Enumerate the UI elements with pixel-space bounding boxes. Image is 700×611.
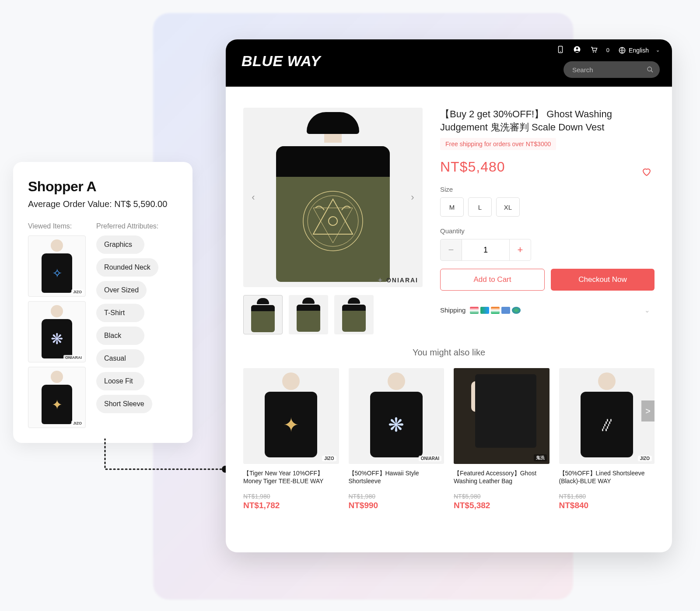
recommendations-row: < ✦JIZO 【Tiger New Year 10%OFF】Money Tig… bbox=[243, 368, 654, 510]
heart-icon bbox=[641, 166, 652, 177]
rec-brand-tag: ONIARAI bbox=[419, 456, 441, 461]
rec-product-name: 【Tiger New Year 10%OFF】Money Tiger TEE-B… bbox=[243, 469, 339, 486]
chevron-down-icon: ⌄ bbox=[656, 47, 660, 53]
attribute-pill: Loose Fit bbox=[96, 372, 144, 390]
qty-increase[interactable]: + bbox=[509, 239, 531, 261]
rec-brand-tag: JIZO bbox=[322, 456, 336, 461]
recs-next[interactable]: > bbox=[641, 400, 654, 421]
cart-icon[interactable] bbox=[590, 46, 598, 55]
viewed-item-thumb[interactable]: ❋ ONIARAI bbox=[28, 301, 86, 362]
free-shipping-badge: Free shipping for orders over NT$3000 bbox=[440, 138, 556, 150]
recommendation-card[interactable]: 鬼洗 【Featured Accessory】Ghost Washing Lea… bbox=[454, 368, 550, 510]
shipping-method-icons bbox=[470, 307, 521, 314]
svg-point-11 bbox=[308, 196, 358, 246]
product-price: NT$5,480 bbox=[440, 159, 654, 175]
viewed-item-thumb[interactable]: ✧ JIZO bbox=[28, 235, 86, 297]
quantity-label: Quantity bbox=[440, 227, 654, 235]
search-input[interactable] bbox=[564, 61, 660, 78]
attribute-pill: Short Sleeve bbox=[96, 395, 152, 413]
preferred-attributes-heading: Preferred Attributes: bbox=[96, 222, 178, 230]
brand-tag: JIZO bbox=[71, 421, 84, 426]
wishlist-button[interactable] bbox=[641, 166, 652, 179]
globe-ship-icon bbox=[512, 307, 521, 314]
gallery-thumbnails bbox=[243, 295, 423, 334]
attribute-pill: Casual bbox=[96, 349, 144, 368]
size-option[interactable]: L bbox=[468, 197, 492, 217]
svg-point-10 bbox=[303, 191, 363, 251]
rec-price: NT$840 bbox=[559, 501, 655, 510]
recommendation-card[interactable]: ⫽JIZO 【50%OFF】Lined Shortsleeve (Black)-… bbox=[559, 368, 655, 510]
product-gallery: ‹ › ONIARAI bbox=[243, 108, 423, 334]
viewed-items-heading: Viewed Items: bbox=[28, 222, 86, 230]
attribute-pill: Graphics bbox=[96, 235, 144, 254]
truck-icon bbox=[501, 307, 510, 314]
attribute-pill: Rounded Neck bbox=[96, 258, 158, 277]
recommendations-heading: You might also like bbox=[243, 348, 654, 358]
attribute-pill: Black bbox=[96, 327, 144, 345]
rec-product-name: 【50%OFF】Lined Shortsleeve (Black)-BLUE W… bbox=[559, 469, 655, 486]
language-label: English bbox=[629, 47, 649, 54]
recommendation-card[interactable]: ✦JIZO 【Tiger New Year 10%OFF】Money Tiger… bbox=[243, 368, 339, 510]
add-to-cart-button[interactable]: Add to Cart bbox=[440, 269, 545, 291]
main-product-image[interactable]: ‹ › ONIARAI bbox=[243, 108, 423, 287]
account-icon[interactable] bbox=[573, 46, 581, 55]
image-watermark: ONIARAI bbox=[378, 277, 418, 284]
store-logo[interactable]: BLUE WAY bbox=[242, 53, 321, 70]
gallery-thumb[interactable] bbox=[289, 295, 328, 334]
size-option[interactable]: XL bbox=[496, 197, 520, 217]
top-bar: BLUE WAY 0 English ⌄ bbox=[226, 39, 672, 87]
attribute-pill: T-Shirt bbox=[96, 304, 144, 322]
rec-product-name: 【Featured Accessory】Ghost Washing Leathe… bbox=[454, 469, 550, 486]
size-label: Size bbox=[440, 186, 654, 193]
viewed-item-thumb[interactable]: ✦ JIZO bbox=[28, 367, 86, 428]
rec-old-price: NT$1,680 bbox=[559, 493, 655, 500]
mobile-icon[interactable] bbox=[556, 46, 564, 55]
svg-point-5 bbox=[593, 52, 594, 53]
product-title: 【Buy 2 get 30%OFF!】 Ghost Washing Judgem… bbox=[440, 108, 654, 133]
rec-price: NT$5,382 bbox=[454, 501, 550, 510]
rec-price: NT$1,782 bbox=[243, 501, 339, 510]
size-option[interactable]: M bbox=[440, 197, 464, 217]
gallery-thumb[interactable] bbox=[243, 295, 283, 334]
store-window: BLUE WAY 0 English ⌄ bbox=[226, 39, 672, 552]
rec-old-price: NT$1,980 bbox=[243, 493, 339, 500]
svg-point-4 bbox=[576, 47, 578, 49]
svg-point-14 bbox=[329, 217, 337, 225]
brand-tag: JIZO bbox=[71, 289, 84, 295]
product-details: 【Buy 2 get 30%OFF!】 Ghost Washing Judgem… bbox=[440, 108, 654, 334]
svg-point-6 bbox=[595, 52, 596, 53]
rec-price: NT$990 bbox=[349, 501, 444, 510]
gallery-prev[interactable]: ‹ bbox=[247, 189, 260, 206]
rec-old-price: NT$1,980 bbox=[349, 493, 444, 500]
quantity-stepper: − + bbox=[440, 239, 654, 261]
rec-old-price: NT$5,980 bbox=[454, 493, 550, 500]
product-emblem bbox=[298, 186, 368, 256]
recommendations-section: You might also like < ✦JIZO 【Tiger New Y… bbox=[226, 334, 672, 528]
shipping-icon bbox=[491, 307, 500, 314]
shipping-icon bbox=[470, 307, 479, 314]
brand-tag: ONIARAI bbox=[63, 355, 84, 360]
viewed-items-list: ✧ JIZO ❋ ONIARAI ✦ JIZO bbox=[28, 235, 86, 428]
globe-icon bbox=[618, 46, 626, 54]
cart-count: 0 bbox=[606, 47, 609, 53]
shipping-icon bbox=[480, 307, 489, 314]
gallery-thumb[interactable] bbox=[334, 295, 374, 334]
checkout-button[interactable]: Checkout Now bbox=[551, 269, 654, 291]
gallery-next[interactable]: › bbox=[406, 189, 419, 206]
qty-decrease[interactable]: − bbox=[440, 239, 462, 261]
shipping-row[interactable]: Shipping ⌄ bbox=[440, 306, 654, 314]
recommendation-card[interactable]: ❋ONIARAI 【50%OFF】Hawaii Style Shortsleev… bbox=[349, 368, 444, 510]
attribute-pills: Graphics Rounded Neck Over Sized T-Shirt… bbox=[96, 235, 178, 413]
chevron-down-icon: ⌄ bbox=[644, 306, 650, 314]
shopper-name: Shopper A bbox=[28, 179, 178, 195]
search-wrap bbox=[564, 61, 660, 78]
rec-product-name: 【50%OFF】Hawaii Style Shortsleeve bbox=[349, 469, 444, 486]
attribute-pill: Over Sized bbox=[96, 281, 147, 299]
shopper-aov: Average Order Value: NT$ 5,590.00 bbox=[28, 199, 178, 209]
svg-point-2 bbox=[560, 51, 561, 52]
rec-brand-tag: JIZO bbox=[638, 456, 652, 461]
language-selector[interactable]: English ⌄ bbox=[618, 46, 660, 54]
shopper-profile-card: Shopper A Average Order Value: NT$ 5,590… bbox=[13, 162, 192, 443]
size-options: M L XL bbox=[440, 197, 654, 217]
qty-input[interactable] bbox=[462, 239, 509, 261]
